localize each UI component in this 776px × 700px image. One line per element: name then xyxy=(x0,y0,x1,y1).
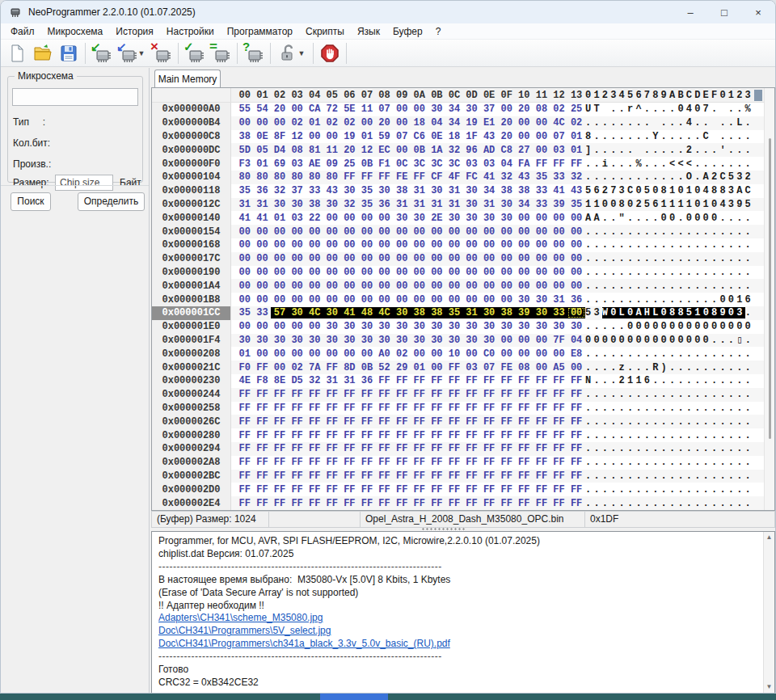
hex-byte-cell[interactable]: 00 xyxy=(550,239,568,251)
hex-byte-cell[interactable]: FF xyxy=(358,171,376,183)
hex-byte-cell[interactable]: 30 xyxy=(411,321,428,332)
hex-byte-cell[interactable]: FF xyxy=(516,498,534,509)
new-file-button[interactable] xyxy=(4,41,30,65)
hex-byte-cell[interactable]: 00 xyxy=(341,267,359,278)
hex-byte-cell[interactable]: FF xyxy=(306,498,323,509)
search-button[interactable]: Поиск xyxy=(11,192,51,211)
hex-byte-cell[interactable]: 00 xyxy=(358,253,376,264)
hex-byte-cell[interactable]: 00 xyxy=(376,280,394,292)
hex-byte-cell[interactable]: FF xyxy=(341,443,359,454)
hex-byte-cell[interactable]: 33 xyxy=(533,185,550,196)
hex-byte-cell[interactable]: 33 xyxy=(306,185,323,196)
hex-byte-cell[interactable]: 00 xyxy=(323,348,341,360)
hex-byte-cell[interactable]: 38 xyxy=(498,307,516,318)
hex-byte-cell[interactable]: 00 xyxy=(306,226,323,238)
hex-byte-cell[interactable]: 00 xyxy=(254,280,272,292)
hex-byte-cell[interactable]: 8E xyxy=(271,375,289,386)
hex-byte-cell[interactable]: 00 xyxy=(498,335,516,346)
hex-byte-cell[interactable]: 30 xyxy=(428,103,446,115)
verify-chip-button[interactable]: ✓ xyxy=(182,41,208,65)
hex-row-ascii[interactable]: N...2116............ xyxy=(585,375,774,386)
hex-byte-cell[interactable]: FF xyxy=(323,362,341,373)
hex-byte-cell[interactable]: 05 xyxy=(254,145,272,156)
hex-byte-cell[interactable]: FF xyxy=(498,484,516,495)
hex-byte-cell[interactable]: 00 xyxy=(533,348,550,360)
hex-byte-cell[interactable]: FF xyxy=(376,375,394,386)
hex-byte-cell[interactable]: FF xyxy=(341,470,359,482)
hex-row-ascii[interactable]: 000000000000000...▯. xyxy=(585,334,774,346)
hex-byte-cell[interactable]: FF xyxy=(289,430,306,441)
hex-byte-cell[interactable]: FF xyxy=(445,362,463,373)
hex-byte-cell[interactable]: 00 xyxy=(341,239,359,251)
hex-byte-cell[interactable]: FF xyxy=(480,375,498,386)
hex-byte-cell[interactable]: 00 xyxy=(323,294,341,306)
hex-byte-cell[interactable]: 00 xyxy=(358,226,376,238)
hex-byte-cell[interactable]: FF xyxy=(463,375,481,386)
hex-byte-cell[interactable]: FF xyxy=(533,457,550,468)
hex-row-ascii[interactable]: .................... xyxy=(585,280,774,292)
hex-byte-cell[interactable]: 2E xyxy=(428,213,446,224)
hex-byte-cell[interactable]: 4F xyxy=(445,171,463,183)
hex-byte-cell[interactable]: 00 xyxy=(376,267,394,278)
hex-byte-cell[interactable]: 00 xyxy=(550,213,568,224)
hex-byte-cell[interactable]: 00 xyxy=(271,321,289,332)
hex-row-ascii[interactable]: .................... xyxy=(585,470,774,482)
save-file-button[interactable] xyxy=(56,41,82,65)
hex-byte-cell[interactable]: 34 xyxy=(516,199,534,210)
scroll-down-icon[interactable]: ▼ xyxy=(764,681,774,693)
hex-byte-cell[interactable]: 00 xyxy=(411,103,428,115)
hex-byte-cell[interactable]: 41 xyxy=(236,213,254,224)
hex-byte-cell[interactable]: 00 xyxy=(254,267,272,278)
hex-byte-cell[interactable]: EC xyxy=(376,145,394,156)
hex-byte-cell[interactable]: 00 xyxy=(516,335,534,346)
hex-byte-cell[interactable]: FF xyxy=(289,498,306,509)
hex-byte-cell[interactable]: C0 xyxy=(480,348,498,360)
hex-byte-cell[interactable]: 31 xyxy=(411,199,428,210)
hex-byte-cell[interactable]: 32 xyxy=(306,375,323,386)
hex-byte-cell[interactable]: FF xyxy=(445,443,463,454)
hex-byte-cell[interactable]: 00 xyxy=(428,226,446,238)
hex-byte-cell[interactable]: FF xyxy=(254,362,272,373)
hex-byte-cell[interactable]: 30 xyxy=(341,321,359,332)
hex-byte-cell[interactable]: FF xyxy=(480,484,498,495)
hex-byte-cell[interactable]: 30 xyxy=(393,213,411,224)
hex-row-ascii[interactable]: 56273C050810104883AC xyxy=(585,185,774,196)
hex-byte-cell[interactable]: 03 xyxy=(289,158,306,170)
hex-byte-cell[interactable]: FF xyxy=(289,389,306,400)
hex-byte-cell[interactable]: FF xyxy=(376,443,394,454)
hex-byte-cell[interactable]: 34 xyxy=(445,117,463,129)
hex-byte-cell[interactable]: FF xyxy=(236,430,254,441)
hex-byte-cell[interactable]: 00 xyxy=(254,117,272,129)
hex-byte-cell[interactable]: 41 xyxy=(480,171,498,183)
hex-byte-cell[interactable]: FF xyxy=(306,403,323,414)
hex-byte-cell[interactable]: 03 xyxy=(463,362,481,373)
hex-byte-cell[interactable]: 30 xyxy=(323,199,341,210)
hex-byte-cell[interactable]: FF xyxy=(254,484,272,495)
hex-byte-cell[interactable]: FF xyxy=(428,403,446,414)
hex-byte-cell[interactable]: FF xyxy=(516,457,534,468)
hex-byte-cell[interactable]: FF xyxy=(428,416,446,428)
hex-byte-cell[interactable]: 30 xyxy=(480,307,498,318)
hex-byte-cell[interactable]: FF xyxy=(445,498,463,509)
log-link[interactable]: Adapters\CH341\scheme_M35080.jpg xyxy=(158,612,761,625)
hex-byte-cell[interactable]: 00 xyxy=(498,103,516,115)
splitter-grip[interactable] xyxy=(421,528,466,530)
hex-row-ascii[interactable]: .................... xyxy=(585,348,774,360)
hex-byte-cell[interactable]: FF xyxy=(393,470,411,482)
hex-row-ascii[interactable]: .................... xyxy=(585,253,774,264)
hex-byte-cell[interactable]: 0C xyxy=(393,158,411,170)
hex-byte-cell[interactable]: 00 xyxy=(463,280,481,292)
hex-byte-cell[interactable]: FF xyxy=(411,484,428,495)
hex-byte-cell[interactable]: FF xyxy=(323,457,341,468)
hex-byte-cell[interactable]: 36 xyxy=(358,375,376,386)
hex-byte-cell[interactable]: 00 xyxy=(428,280,446,292)
hex-byte-cell[interactable]: 00 xyxy=(306,239,323,251)
hex-byte-cell[interactable]: 00 xyxy=(358,239,376,251)
hex-byte-cell[interactable]: CF xyxy=(428,171,446,183)
hex-byte-cell[interactable]: FF xyxy=(393,403,411,414)
menu-item-buffer[interactable]: Буфер xyxy=(386,26,429,37)
hex-byte-cell[interactable]: 00 xyxy=(236,321,254,332)
hex-row-ascii[interactable]: .................... xyxy=(585,389,774,400)
hex-byte-cell[interactable]: 30 xyxy=(306,335,323,346)
hex-byte-cell[interactable]: 00 xyxy=(463,294,481,306)
